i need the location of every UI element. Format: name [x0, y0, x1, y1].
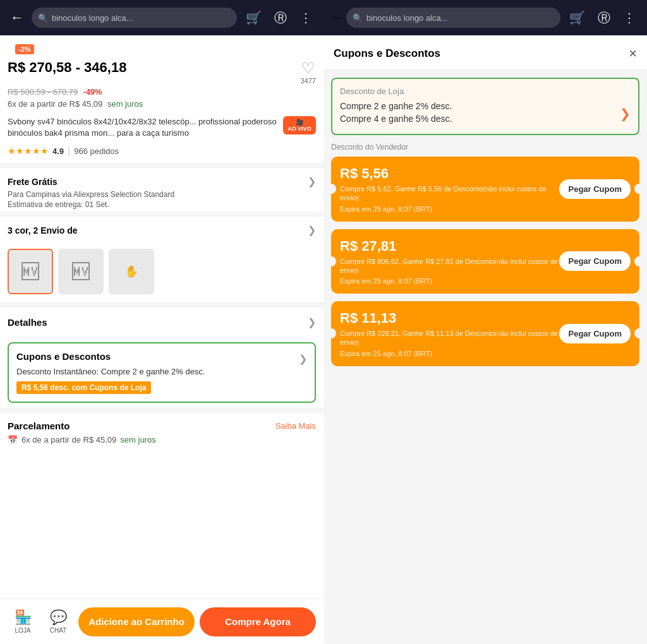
cart-icon-left[interactable]: 🛒 [242, 8, 265, 28]
cupons-header-row: Cupons e Descontos ❯ [16, 351, 307, 367]
pegar-cupom-button-3[interactable]: Pegar Cupom [559, 324, 631, 343]
rating-row: ★★★★★ 4.9 | 966 pedidos [0, 144, 324, 163]
sem-juros-text: sem juros [107, 99, 143, 109]
parcelamento-icon: 📅 [8, 435, 18, 444]
cashback-icon-left[interactable]: Ⓡ [270, 7, 291, 29]
wishlist-count: 3477 [301, 77, 316, 85]
variant-thumb-2[interactable]: 🅋 [58, 249, 104, 294]
pegar-cupom-button-1[interactable]: Pegar Cupom [559, 179, 631, 199]
divider-2 [0, 212, 324, 217]
coupon-desc-2: Compre R$ 806,62, Ganhe R$ 27,81 de Desc… [340, 257, 559, 275]
more-icon-left[interactable]: ⋮ [296, 8, 316, 28]
coupon-expiry-3: Expira em 25 ago, 8:07 (BRT) [340, 350, 559, 357]
variants-label: 3 cor, 2 Envio de [8, 225, 78, 236]
search-bar-left[interactable]: 🔍 binoculos longo alca... [32, 8, 237, 28]
vendedor-label: Desconto do Vendedor [331, 143, 639, 152]
ao-vivo-text: AO VIVO [287, 126, 312, 132]
price-range: R$ 270,58 - 346,18 [8, 59, 126, 76]
discount-badge: -2% [15, 44, 34, 54]
loja-discount-box: Desconto de Loja Compre 2 e ganhe 2% des… [331, 78, 639, 135]
back-button-left[interactable]: ← [8, 7, 27, 28]
product-content: -2% R$ 270,58 - 346,18 ♡ 3477 R$ 500,59 … [0, 35, 324, 599]
ao-vivo-icon: 🎥 [287, 119, 312, 126]
coupon-amount-1: R$ 5,56 [340, 165, 559, 182]
detalhes-chevron[interactable]: ❯ [308, 316, 316, 328]
parcelamento-text: 6x de a partir de R$ 45,09 [21, 435, 116, 444]
old-price-row: R$ 500,59 - 670,79 -49% [0, 87, 324, 99]
shipping-estimate: Estimativa de entrega: 01 Set. [8, 200, 316, 209]
parcelamento-section: Parcelamento Saiba Mais 📅 6x de a partir… [0, 408, 324, 448]
search-bar-right[interactable]: 🔍 binoculos longo alca... [346, 8, 560, 28]
parcelamento-header-row: Parcelamento Saiba Mais [8, 420, 316, 431]
right-panel: ← 🔍 binoculos longo alca... 🛒 Ⓡ ⋮ Cupons… [324, 0, 647, 644]
variants-images: 🅋 🅋 ✋ [0, 244, 324, 302]
cashback-icon-right[interactable]: Ⓡ [594, 7, 614, 29]
top-nav-right: ← 🔍 binoculos longo alca... 🛒 Ⓡ ⋮ [324, 0, 647, 35]
coupon-left-1: R$ 5,56 Compre R$ 5,62, Ganhe R$ 5,56 de… [340, 165, 559, 213]
coupon-desc-1: Compre R$ 5,62, Ganhe R$ 5,56 de Descont… [340, 184, 559, 203]
price-section: R$ 270,58 - 346,18 ♡ 3477 [0, 57, 324, 87]
coupon-expiry-1: Expira em 25 ago, 8:07 (BRT) [340, 205, 559, 213]
detalhes-row[interactable]: Detalhes ❯ [0, 307, 324, 337]
cupons-badge[interactable]: R$ 5,56 desc. com Cupons de Loja [16, 381, 151, 394]
installment-row: 6x de a partir de R$ 45,09 sem juros [0, 99, 324, 114]
parcelamento-title: Parcelamento [8, 420, 70, 431]
coupon-expiry-2: Expira em 25 ago, 8:07 (BRT) [340, 277, 559, 285]
coupon-left-2: R$ 27,81 Compre R$ 806,62, Ganhe R$ 27,8… [340, 238, 559, 285]
search-text-right: binoculos longo alca... [366, 13, 448, 23]
coupon-card-3: R$ 11,13 Compre R$ 328,21, Ganhe R$ 11,1… [331, 301, 639, 366]
parcelamento-sem-juros: sem juros [120, 435, 155, 444]
loja-chevron[interactable]: ❯ [620, 106, 631, 121]
coupon-amount-2: R$ 27,81 [340, 238, 559, 254]
pegar-cupom-button-2[interactable]: Pegar Cupom [559, 251, 631, 271]
shipping-chevron[interactable]: ❯ [308, 176, 316, 188]
loja-deals-row: Compre 2 e ganhe 2% desc. Compre 4 e gan… [340, 101, 631, 126]
coupon-card-2: R$ 27,81 Compre R$ 806,62, Ganhe R$ 27,8… [331, 229, 639, 294]
search-text-left: binoculos longo alca... [52, 13, 133, 23]
rating-number: 4.9 [52, 146, 64, 156]
wishlist-area[interactable]: ♡ 3477 [301, 59, 316, 85]
chat-icon: 💬 [50, 609, 67, 626]
cupons-title: Cupons e Descontos [16, 351, 111, 362]
cupons-chevron[interactable]: ❯ [299, 353, 307, 365]
loja-icon: 🏪 [15, 609, 32, 626]
cart-icon-right[interactable]: 🛒 [565, 8, 589, 28]
chat-button[interactable]: 💬 CHAT [43, 609, 73, 634]
more-icon-right[interactable]: ⋮ [619, 8, 639, 28]
left-panel: ← 🔍 binoculos longo alca... 🛒 Ⓡ ⋮ -2% R$… [0, 0, 324, 644]
shipping-title: Frete Grátis [8, 177, 57, 187]
installment-text: 6x de a partir de R$ 45,09 [8, 99, 102, 109]
coupon-card-1: R$ 5,56 Compre R$ 5,62, Ganhe R$ 5,56 de… [331, 157, 639, 222]
buy-now-button[interactable]: Compre Agora [200, 607, 316, 636]
divider-3 [0, 302, 324, 307]
add-to-cart-button[interactable]: Adicione ao Carrinho [78, 607, 195, 636]
variant-thumb-1[interactable]: 🅋 [8, 249, 53, 294]
product-title: Svbony sv47 binóculos 8x42/10x42/8x32 te… [8, 116, 278, 139]
variant-thumb-3[interactable]: ✋ [109, 249, 154, 294]
ao-vivo-badge[interactable]: 🎥 AO VIVO [283, 116, 316, 134]
rating-separator: | [68, 145, 70, 157]
shipping-section: Frete Grátis ❯ Para Campinas via Aliexpr… [0, 168, 324, 212]
shipping-to: Para Campinas via Aliexpress Selection S… [8, 190, 316, 199]
modal-title: Cupons e Descontos [334, 47, 440, 60]
heart-icon: ♡ [301, 59, 315, 77]
loja-button[interactable]: 🏪 LOJA [8, 609, 38, 634]
loja-label: LOJA [15, 627, 30, 634]
parcelamento-sub: 📅 6x de a partir de R$ 45,09 sem juros [8, 435, 316, 444]
back-button-right[interactable]: ← [331, 12, 341, 23]
stars-icon: ★★★★★ [8, 146, 49, 156]
divider-1 [0, 163, 324, 168]
loja-deal-2: Compre 4 e ganhe 5% desc. [340, 114, 452, 124]
variants-chevron[interactable]: ❯ [308, 224, 316, 236]
cupons-section: Cupons e Descontos ❯ Desconto Instantâne… [8, 342, 316, 403]
saiba-mais-link[interactable]: Saiba Mais [275, 421, 316, 431]
product-title-row: Svbony sv47 binóculos 8x42/10x42/8x32 te… [0, 114, 324, 144]
modal-header: Cupons e Descontos × [324, 35, 647, 70]
close-modal-button[interactable]: × [629, 45, 637, 62]
coupon-desc-3: Compre R$ 328,21, Ganhe R$ 11,13 de Desc… [340, 329, 559, 347]
loja-section-header: Desconto de Loja [340, 86, 631, 96]
loja-deal-1: Compre 2 e ganhe 2% desc. [340, 101, 452, 111]
variants-row: 3 cor, 2 Envio de ❯ [0, 217, 324, 244]
discount-percent: -49% [83, 87, 102, 97]
modal-content: Desconto de Loja Compre 2 e ganhe 2% des… [324, 70, 647, 644]
